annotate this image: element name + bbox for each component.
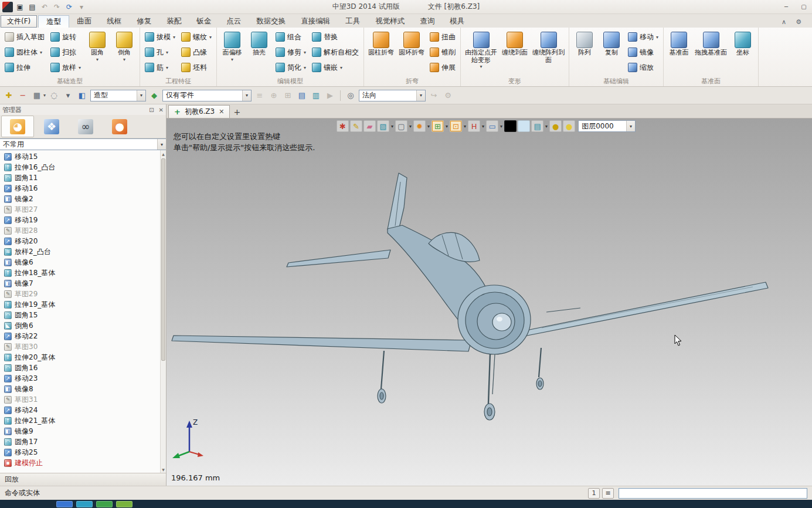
print-icon[interactable]: ▤ xyxy=(27,2,38,12)
deform-from-point-button[interactable]: 由指定点开 始变形▾ xyxy=(463,29,499,77)
quick-access-dropdown-icon[interactable]: ▾ xyxy=(76,2,87,12)
cylindrical-bend-button[interactable]: 圆柱折弯 xyxy=(366,29,396,77)
taskbar-app-3[interactable] xyxy=(116,501,132,507)
chevron-down-icon[interactable]: ▾ xyxy=(391,124,393,129)
history-item[interactable]: ◧镜像7 xyxy=(0,278,160,289)
redo-icon[interactable]: ↷ xyxy=(52,2,62,12)
tab-数据交换[interactable]: 数据交换 xyxy=(249,15,293,28)
history-item[interactable]: ◠圆角16 xyxy=(0,363,160,373)
history-item[interactable]: ↑拉伸18_基体 xyxy=(0,267,160,278)
close-panel-icon[interactable]: ✕ xyxy=(159,107,164,113)
taskbar-app-2[interactable] xyxy=(96,501,113,507)
scrollbar-thumb[interactable] xyxy=(161,158,165,361)
tab-钣金[interactable]: 钣金 xyxy=(189,15,219,28)
csys-button[interactable]: 坐标 xyxy=(730,29,756,77)
wrap-pattern-to-face-button[interactable]: 缠绕阵列到 面 xyxy=(531,29,566,77)
mirror-button[interactable]: 镜像 xyxy=(626,45,661,60)
hole-button[interactable]: 孔▾ xyxy=(142,45,178,60)
chevron-down-icon[interactable]: ▾ xyxy=(43,93,46,98)
tab-造型[interactable]: 造型 xyxy=(38,15,69,28)
tree-scrollbar[interactable]: ▲ ▼ xyxy=(160,150,166,473)
chevron-down-icon[interactable]: ▾ xyxy=(500,124,502,129)
history-filter-combo[interactable]: 不常用 ▾ xyxy=(0,138,166,150)
chevron-down-icon[interactable]: ▾ xyxy=(157,139,166,150)
toroidal-bend-button[interactable]: 圆环折弯 xyxy=(397,29,426,77)
play-icon[interactable]: ▶ xyxy=(324,90,336,101)
section-view-icon[interactable]: H xyxy=(468,120,480,132)
eraser-icon[interactable]: ▰ xyxy=(363,120,376,132)
combine-button[interactable]: 组合 xyxy=(273,29,308,45)
taper-button[interactable]: 锥削 xyxy=(427,45,458,60)
taskbar-app-0[interactable] xyxy=(56,501,73,507)
tab-查询[interactable]: 查询 xyxy=(412,15,442,28)
color-picker-icon[interactable]: ◧ xyxy=(76,90,88,101)
scroll-up-icon[interactable]: ▲ xyxy=(161,150,166,157)
history-item[interactable]: ✎草图30 xyxy=(0,341,160,352)
quick-remove-icon[interactable]: − xyxy=(17,90,29,101)
shell-button[interactable]: 抽壳 xyxy=(246,29,272,77)
layer-combo[interactable]: 图层0000 ▾ xyxy=(578,120,636,132)
face-offset-button[interactable]: 面偏移▾ xyxy=(219,29,245,77)
chamfer-button[interactable]: 倒角▾ xyxy=(111,29,137,77)
regen-icon[interactable]: ⟳ xyxy=(64,2,74,12)
insert-sketch-button[interactable]: 插入草图 xyxy=(2,29,47,45)
history-item[interactable]: ↑拉伸19_基体 xyxy=(0,299,160,310)
lasso-pick-icon[interactable]: ◌ xyxy=(48,90,60,101)
history-item[interactable]: ↗移动25 xyxy=(0,447,160,458)
link-filter-icon[interactable]: ⊕ xyxy=(268,90,280,101)
tab-直接编辑[interactable]: 直接编辑 xyxy=(293,15,338,28)
history-item[interactable]: ↗移动22 xyxy=(0,331,160,341)
screen-display-icon[interactable]: ▭ xyxy=(486,120,498,132)
simplify-button[interactable]: 简化▾ xyxy=(273,60,308,75)
pick-filter-icon[interactable]: ▦ xyxy=(31,90,43,101)
entity-info-icon[interactable]: ✱ xyxy=(337,120,349,132)
trim-button[interactable]: 修剪▾ xyxy=(273,45,308,60)
dock-panel-icon[interactable]: ⊡ xyxy=(149,107,154,113)
history-item[interactable]: ↗移动20 xyxy=(0,236,160,246)
history-item[interactable]: ≋放样2_凸台 xyxy=(0,246,160,257)
tab-视觉样式[interactable]: 视觉样式 xyxy=(368,15,412,28)
chevron-down-icon[interactable]: ▾ xyxy=(482,124,484,129)
new-document-tab-button[interactable]: + xyxy=(230,106,244,118)
chevron-down-icon[interactable]: ▾ xyxy=(545,124,548,129)
history-item[interactable]: ◧镜像8 xyxy=(0,384,160,394)
normal-combo[interactable]: 法向▾ xyxy=(359,90,426,101)
view-manager-tab[interactable]: ● xyxy=(103,116,136,137)
grid-filter-icon[interactable]: ⊞ xyxy=(282,90,294,101)
history-item[interactable]: ◧镜像2 xyxy=(0,194,160,204)
loft-button[interactable]: 放样▾ xyxy=(48,60,83,75)
cylinder-button[interactable]: 圆柱体▾ xyxy=(2,45,47,60)
wireframe-display-icon[interactable]: ▢ xyxy=(395,120,407,132)
da-settings-icon[interactable]: ⚙ xyxy=(442,90,454,101)
chevron-down-icon[interactable]: ▾ xyxy=(416,90,425,101)
tab-修复[interactable]: 修复 xyxy=(129,15,159,28)
rotate-view-icon[interactable]: ✹ xyxy=(413,120,426,132)
history-item[interactable]: ↑拉伸21_基体 xyxy=(0,415,160,426)
chevron-down-icon[interactable]: ▾ xyxy=(137,90,145,101)
history-item[interactable]: ◠圆角11 xyxy=(0,172,160,183)
stretch-button[interactable]: 伸展 xyxy=(427,60,458,75)
view-plane-icon[interactable]: ⊞ xyxy=(432,120,444,132)
history-item[interactable]: ✎草图29 xyxy=(0,289,160,299)
flange-button[interactable]: 凸缘 xyxy=(179,45,214,60)
pick-dropdown-icon[interactable]: ▾ xyxy=(62,90,74,101)
tab-线框[interactable]: 线框 xyxy=(99,15,129,28)
bulb-icon[interactable]: ● xyxy=(549,120,562,132)
chevron-down-icon[interactable]: ▾ xyxy=(626,121,635,131)
background-color-swatch[interactable] xyxy=(518,120,530,132)
entity-filter-combo[interactable]: 仅有零件▾ xyxy=(162,90,252,101)
viewport[interactable]: 您可以在自定义设置里设置热键 单击"帮助/显示提示"按钮来取消这些提示. ✱✎▰… xyxy=(167,118,812,486)
list-filter-icon[interactable]: ≡ xyxy=(254,90,266,101)
extrude-button[interactable]: 拉伸 xyxy=(2,60,47,75)
thread-button[interactable]: 螺纹▾ xyxy=(179,29,214,45)
input-options-button[interactable]: ≡ xyxy=(602,488,614,499)
minimize-ribbon-icon[interactable]: ∧ xyxy=(782,18,786,26)
draft-button[interactable]: 拔模▾ xyxy=(142,29,178,45)
assembly-manager-tab[interactable]: ❖ xyxy=(35,116,68,137)
chevron-down-icon[interactable]: ▾ xyxy=(464,124,466,129)
inlay-button[interactable]: 镶嵌▾ xyxy=(310,60,361,75)
minimize-button[interactable]: ─ xyxy=(780,2,792,12)
history-item[interactable]: ↑拉伸20_基体 xyxy=(0,352,160,363)
replay-bar[interactable]: 回放 xyxy=(0,473,166,486)
airplane-model[interactable] xyxy=(167,118,812,486)
